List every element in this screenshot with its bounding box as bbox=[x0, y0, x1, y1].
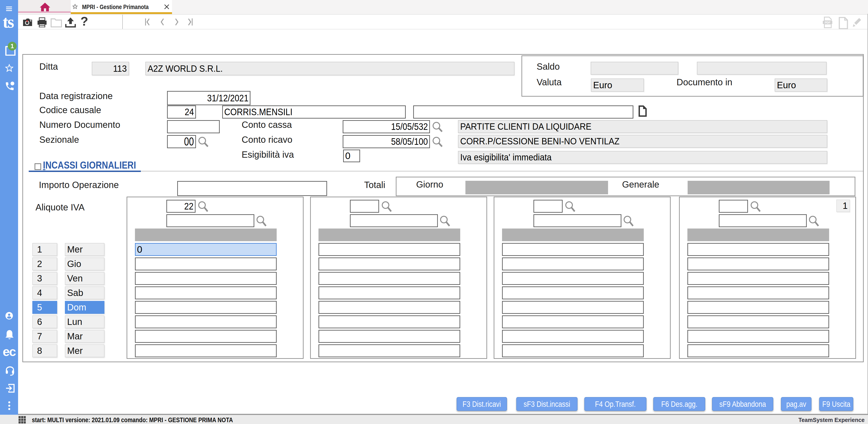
svg-text:1: 1 bbox=[10, 43, 14, 50]
svg-text:PDF: PDF bbox=[825, 21, 830, 24]
